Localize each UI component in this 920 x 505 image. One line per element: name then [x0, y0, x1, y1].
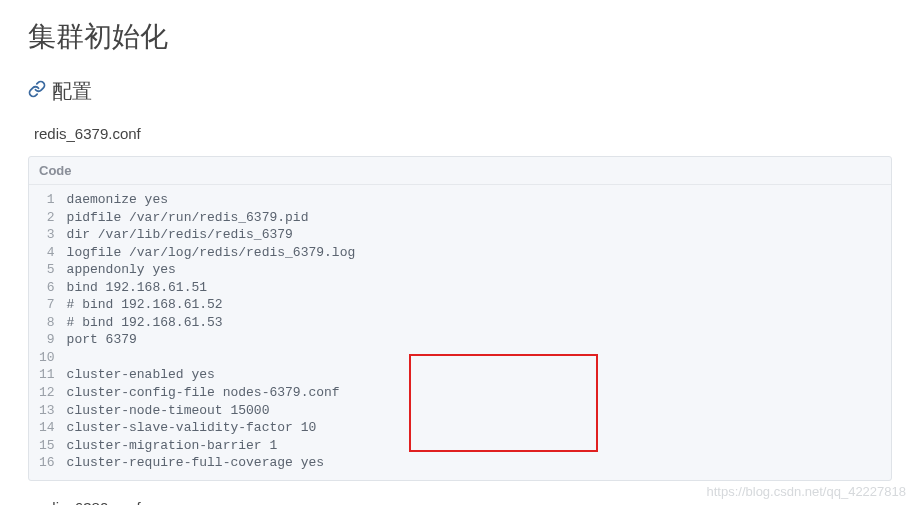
line-number: 5: [29, 261, 67, 279]
line-content: daemonize yes: [67, 185, 891, 209]
code-table: 1daemonize yes2pidfile /var/run/redis_63…: [29, 185, 891, 480]
code-line: 10: [29, 349, 891, 367]
code-line: 4logfile /var/log/redis/redis_6379.log: [29, 244, 891, 262]
line-content: dir /var/lib/redis/redis_6379: [67, 226, 891, 244]
page-title: 集群初始化: [28, 18, 892, 56]
line-content: # bind 192.168.61.53: [67, 314, 891, 332]
line-content: [67, 349, 891, 367]
line-number: 9: [29, 331, 67, 349]
code-line: 2pidfile /var/run/redis_6379.pid: [29, 209, 891, 227]
code-line: 1daemonize yes: [29, 185, 891, 209]
code-line: 5appendonly yes: [29, 261, 891, 279]
code-line: 11cluster-enabled yes: [29, 366, 891, 384]
line-content: appendonly yes: [67, 261, 891, 279]
code-line: 9port 6379: [29, 331, 891, 349]
link-icon[interactable]: [28, 80, 46, 103]
line-content: cluster-migration-barrier 1: [67, 437, 891, 455]
line-number: 16: [29, 454, 67, 480]
line-content: logfile /var/log/redis/redis_6379.log: [67, 244, 891, 262]
filename-2: redis_6380.conf: [34, 499, 892, 505]
line-number: 14: [29, 419, 67, 437]
line-content: port 6379: [67, 331, 891, 349]
code-line: 6bind 192.168.61.51: [29, 279, 891, 297]
line-content: cluster-enabled yes: [67, 366, 891, 384]
code-line: 16cluster-require-full-coverage yes: [29, 454, 891, 480]
line-number: 3: [29, 226, 67, 244]
watermark: https://blog.csdn.net/qq_42227818: [707, 484, 907, 499]
line-content: cluster-require-full-coverage yes: [67, 454, 891, 480]
line-content: pidfile /var/run/redis_6379.pid: [67, 209, 891, 227]
line-number: 1: [29, 185, 67, 209]
line-number: 12: [29, 384, 67, 402]
code-line: 15cluster-migration-barrier 1: [29, 437, 891, 455]
code-line: 12cluster-config-file nodes-6379.conf: [29, 384, 891, 402]
code-header: Code: [29, 157, 891, 185]
filename-1: redis_6379.conf: [34, 125, 892, 142]
code-line: 13cluster-node-timeout 15000: [29, 402, 891, 420]
code-line: 3dir /var/lib/redis/redis_6379: [29, 226, 891, 244]
code-line: 7# bind 192.168.61.52: [29, 296, 891, 314]
line-content: cluster-node-timeout 15000: [67, 402, 891, 420]
line-content: cluster-slave-validity-factor 10: [67, 419, 891, 437]
line-number: 8: [29, 314, 67, 332]
line-number: 13: [29, 402, 67, 420]
code-line: 8# bind 192.168.61.53: [29, 314, 891, 332]
line-number: 11: [29, 366, 67, 384]
code-line: 14cluster-slave-validity-factor 10: [29, 419, 891, 437]
line-number: 7: [29, 296, 67, 314]
line-number: 2: [29, 209, 67, 227]
line-number: 15: [29, 437, 67, 455]
line-number: 4: [29, 244, 67, 262]
section-heading-text: 配置: [52, 78, 92, 105]
code-block: Code 1daemonize yes2pidfile /var/run/red…: [28, 156, 892, 481]
line-number: 6: [29, 279, 67, 297]
line-content: bind 192.168.61.51: [67, 279, 891, 297]
line-content: # bind 192.168.61.52: [67, 296, 891, 314]
section-heading: 配置: [28, 78, 892, 105]
line-content: cluster-config-file nodes-6379.conf: [67, 384, 891, 402]
line-number: 10: [29, 349, 67, 367]
